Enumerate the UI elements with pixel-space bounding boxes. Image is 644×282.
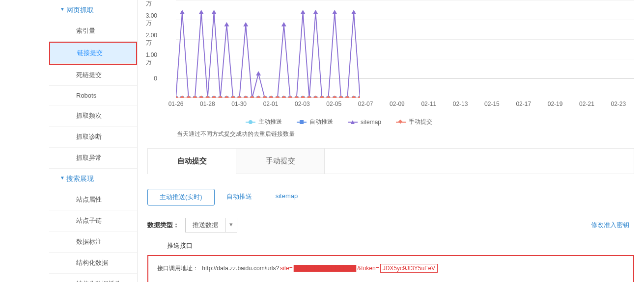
svg-marker-73 (256, 71, 261, 76)
svg-marker-68 (224, 22, 229, 26)
data-type-label: 数据类型： (147, 221, 179, 230)
tab-manual[interactable]: 手动提交 (236, 149, 325, 174)
xtick: 02-09 (390, 101, 405, 107)
api-site-hidden: ███████████████ (294, 265, 357, 272)
subtab-sitemap[interactable]: sitemap (264, 189, 310, 205)
sidebar: 网页抓取 索引量 链接提交 死链提交 Robots 抓取频次 抓取诊断 抓取异常… (0, 0, 138, 282)
sidebar-section: 搜索展现 站点属性 站点子链 数据标注 结构化数据 结构化数据插件 (49, 169, 137, 282)
sidebar-section: 网页抓取 索引量 链接提交 死链提交 Robots 抓取频次 抓取诊断 抓取异常 (49, 0, 137, 169)
sidebar-item-diag[interactable]: 抓取诊断 (49, 127, 137, 148)
chart-plot (176, 0, 360, 98)
legend-item: 主动推送 (246, 118, 282, 126)
sidebar-item-struct[interactable]: 结构化数据 (49, 253, 137, 274)
xtick: 02-21 (579, 101, 594, 107)
tab-auto[interactable]: 自动提交 (148, 149, 236, 174)
svg-marker-71 (243, 22, 248, 26)
select-value: 推送数据 (186, 218, 225, 232)
x-axis: 01-2601-2801-3002-0102-0302-0502-0702-09… (176, 101, 634, 110)
sidebar-item-sublink[interactable]: 站点子链 (49, 210, 137, 231)
xtick: 02-17 (516, 101, 531, 107)
xtick: 02-03 (295, 101, 310, 107)
xtick: 01-28 (200, 101, 215, 107)
api-url-base: http://data.zz.baidu.com/urls? (202, 265, 279, 272)
svg-marker-64 (199, 10, 204, 14)
chevron-down-icon[interactable]: ▾ (225, 218, 237, 232)
xtick: 02-23 (611, 101, 626, 107)
xtick: 02-11 (421, 101, 436, 107)
api-addr-label: 接口调用地址： (157, 264, 198, 273)
svg-marker-66 (212, 10, 217, 14)
svg-marker-61 (180, 10, 185, 14)
svg-marker-85 (332, 10, 337, 14)
sidebar-item-freq[interactable]: 抓取频次 (49, 105, 137, 127)
section-title-crawl[interactable]: 网页抓取 (49, 0, 137, 21)
xtick: 02-15 (484, 101, 500, 107)
svg-marker-80 (301, 10, 306, 14)
sidebar-item-link-submit[interactable]: 链接提交 (50, 43, 136, 64)
ytick: 1.00万 (146, 51, 157, 67)
sidebar-item-index[interactable]: 索引量 (49, 21, 137, 42)
chart-caption: 当天通过不同方式提交成功的去重后链接数量 (177, 130, 634, 138)
xtick: 02-07 (358, 101, 373, 107)
modify-token-link[interactable]: 修改准入密钥 (591, 221, 634, 230)
main-content: 4.00万 3.00万 2.00万 1.00万 0 01-2601-2801-3… (138, 0, 644, 282)
tabs: 自动提交 手动提交 (147, 148, 634, 174)
api-url-line: 接口调用地址： http://data.zz.baidu.com/urls?si… (157, 264, 624, 273)
data-type-row: 数据类型： 推送数据 ▾ 修改准入密钥 (147, 218, 634, 232)
ytick: 0 (154, 75, 157, 82)
subtab-push-realtime[interactable]: 主动推送(实时) (147, 189, 215, 205)
chart-area: 4.00万 3.00万 2.00万 1.00万 0 01-2601-2801-3… (161, 0, 634, 113)
section-title-search[interactable]: 搜索展现 (49, 169, 137, 189)
xtick: 02-01 (263, 101, 279, 107)
sidebar-item-siteattr[interactable]: 站点属性 (49, 189, 137, 210)
push-api-title: 推送接口 (167, 241, 634, 250)
api-token-param: &token= (357, 265, 379, 272)
subtab-push-auto[interactable]: 自动推送 (215, 189, 264, 205)
data-type-select[interactable]: 推送数据 ▾ (185, 218, 237, 232)
sidebar-item-robots[interactable]: Robots (49, 86, 137, 105)
svg-marker-82 (313, 10, 318, 14)
sidebar-item-annot[interactable]: 数据标注 (49, 231, 137, 253)
api-url-box: 接口调用地址： http://data.zz.baidu.com/urls?si… (147, 255, 634, 282)
legend-item: 自动推送 (297, 118, 333, 126)
legend-item: sitemap (348, 119, 381, 126)
xtick: 02-19 (548, 101, 563, 107)
sidebar-item-error[interactable]: 抓取异常 (49, 148, 137, 169)
svg-rect-119 (358, 96, 360, 98)
legend: 主动推送 自动推送 sitemap 手动提交 (246, 118, 634, 126)
subtabs: 主动推送(实时) 自动推送 sitemap (147, 189, 634, 205)
ytick: 4.00万 (146, 0, 157, 8)
xtick: 02-13 (453, 101, 468, 107)
ytick: 2.00万 (146, 32, 157, 47)
xtick: 01-30 (231, 101, 247, 107)
sidebar-item-deadlink[interactable]: 死链提交 (49, 65, 137, 86)
api-site-param: site= (280, 265, 293, 272)
legend-item: 手动提交 (396, 118, 432, 126)
ytick: 3.00万 (146, 12, 157, 27)
xtick: 01-26 (168, 101, 184, 107)
api-token-value: JDX5yc9Jf3Y5uFeV (380, 264, 438, 273)
svg-marker-77 (281, 22, 286, 26)
sidebar-item-plugin[interactable]: 结构化数据插件 (49, 274, 137, 282)
xtick: 02-05 (326, 101, 341, 107)
svg-marker-88 (351, 10, 356, 14)
